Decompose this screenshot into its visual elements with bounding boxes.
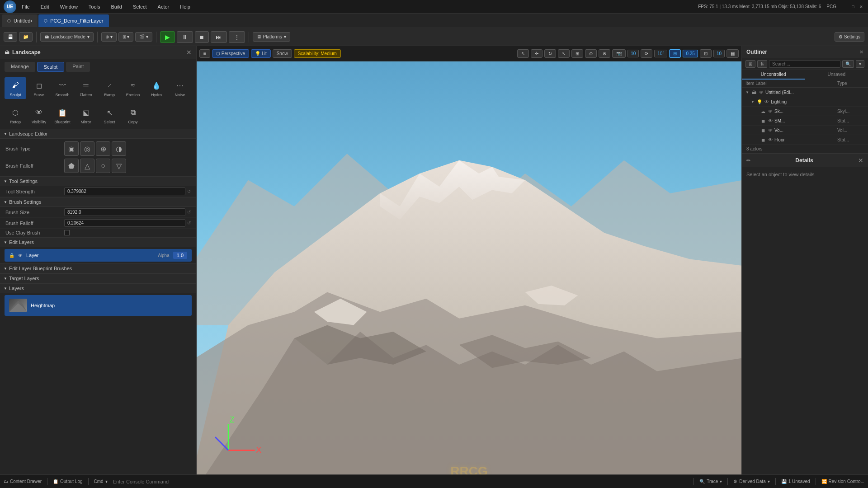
perspective-button[interactable]: ⬡ Perspective xyxy=(212,49,249,58)
unsaved-button[interactable]: 💾 1 Unsaved xyxy=(781,479,810,484)
transform-button[interactable]: ⊕ ▾ xyxy=(101,32,117,42)
menu-file[interactable]: File xyxy=(20,3,32,10)
outliner-search-input[interactable] xyxy=(769,60,840,68)
tab-unsaved[interactable]: Unsaved xyxy=(805,70,868,80)
layer-eye-icon[interactable] xyxy=(18,253,23,258)
output-log-button[interactable]: 📋 Output Log xyxy=(53,479,82,484)
edit-layer-blueprint-section[interactable]: ▼ Edit Layer Blueprint Brushes xyxy=(0,263,196,273)
platforms-button[interactable]: 🖥 Platforms ▾ xyxy=(253,32,290,42)
save-button[interactable]: 💾 xyxy=(4,32,17,42)
falloff-smooth[interactable]: ⬟ xyxy=(64,159,79,173)
camera-button[interactable]: 🎬 ▾ xyxy=(135,32,152,42)
console-input[interactable] xyxy=(113,479,689,484)
brush-size-input[interactable] xyxy=(64,208,185,216)
snap-scale-value[interactable]: 0.25 xyxy=(683,50,698,57)
close-button[interactable]: ✕ xyxy=(858,4,864,10)
maximize-button[interactable]: □ xyxy=(850,4,856,10)
layers-section[interactable]: ▼ Layers xyxy=(0,283,196,293)
outliner-item-floor[interactable]: ◼ 👁 Floor Stat... xyxy=(742,135,868,145)
outliner-sort-button[interactable]: ⇅ xyxy=(757,60,767,68)
tool-settings-section[interactable]: ▼ Tool Settings xyxy=(0,176,196,186)
scalability-button[interactable]: Scalability: Medium xyxy=(294,49,341,58)
falloff-tip[interactable]: ▽ xyxy=(112,159,126,173)
cmd-button[interactable]: Cmd ▾ xyxy=(94,479,108,484)
skip-button[interactable]: ⏭ xyxy=(211,31,227,43)
tool-select[interactable]: ↖ Select xyxy=(99,104,120,126)
brush-smooth-circle[interactable]: ◎ xyxy=(80,141,94,156)
content-drawer-button[interactable]: 🗂 Content Drawer xyxy=(4,479,42,484)
trace-button[interactable]: 🔍 Trace ▾ xyxy=(699,479,722,484)
brush-falloff-input[interactable] xyxy=(64,219,185,227)
menu-tools[interactable]: Tools xyxy=(87,3,102,10)
target-layers-section[interactable]: ▼ Target Layers xyxy=(0,273,196,283)
snap-button[interactable]: ⊞ ▾ xyxy=(118,32,134,42)
tool-copy[interactable]: ⧉ Copy xyxy=(122,104,144,126)
item-vol-eye[interactable]: 👁 xyxy=(768,128,773,133)
brush-falloff-reset[interactable]: ↺ xyxy=(187,221,191,225)
tool-mirror[interactable]: ⬕ Mirror xyxy=(75,104,97,126)
viewport-grid-button[interactable]: ▦ xyxy=(726,49,739,58)
snap-translate-value[interactable]: 10 xyxy=(627,50,639,57)
tab-pcg[interactable]: ⬡ PCG_Demo_FilterLayer xyxy=(38,14,108,27)
rotate-snap-button[interactable]: ⟳ xyxy=(641,49,652,58)
menu-actor[interactable]: Actor xyxy=(156,3,171,10)
rotate-button[interactable]: ↻ xyxy=(544,49,556,58)
outliner-search-button[interactable]: 🔍 xyxy=(842,60,854,68)
tab-sculpt[interactable]: Sculpt xyxy=(37,62,65,72)
stop-button[interactable]: ■ xyxy=(195,31,208,43)
show-button[interactable]: Show xyxy=(273,49,292,58)
snap-rotate-value[interactable]: 10° xyxy=(654,50,667,57)
outliner-filter-button[interactable]: ⊞ xyxy=(745,60,755,68)
use-clay-brush-checkbox[interactable] xyxy=(64,230,70,235)
viewport-maximize-button[interactable]: ⊡ xyxy=(700,49,712,58)
camera-speed-button[interactable]: 📷 xyxy=(612,49,626,58)
options-button[interactable]: ⋮ xyxy=(229,31,245,43)
tool-ramp[interactable]: ⟋ Ramp xyxy=(99,77,120,99)
tab-untitled[interactable]: ⬡ Untitled• xyxy=(2,14,38,27)
brush-alpha[interactable]: ◑ xyxy=(112,141,126,156)
tab-manage[interactable]: Manage xyxy=(5,62,35,72)
pause-button[interactable]: ⏸ xyxy=(177,31,193,43)
derived-data-button[interactable]: ⚙ Derived Data ▾ xyxy=(733,479,769,484)
surface-snap-button[interactable]: ⊗ xyxy=(599,49,610,58)
tool-sculpt[interactable]: 🖌 Sculpt xyxy=(5,77,26,99)
outliner-item-skylight[interactable]: ☁ 👁 Sk... Skyl... xyxy=(742,107,868,116)
select-mode-button[interactable]: ↖ xyxy=(517,49,529,58)
edit-layers-section[interactable]: ▼ Edit Layers xyxy=(0,237,196,247)
landscape-mode-button[interactable]: 🏔 Landscape Mode ▾ xyxy=(40,32,94,42)
world-local-button[interactable]: ⊞ xyxy=(571,49,583,58)
open-button[interactable]: 📁 xyxy=(19,32,33,42)
tool-flatten[interactable]: ═ Flatten xyxy=(75,77,97,99)
details-close[interactable]: ✕ xyxy=(858,157,863,164)
outliner-item-staticmesh[interactable]: ◼ 👁 SM... Stat... xyxy=(742,116,868,126)
move-button[interactable]: ✛ xyxy=(531,49,542,58)
falloff-linear[interactable]: △ xyxy=(80,159,94,173)
landscape-editor-section[interactable]: ▼ Landscape Editor xyxy=(0,129,196,139)
scale-button[interactable]: ⤡ xyxy=(558,49,570,58)
tool-hydro[interactable]: 💧 Hydro xyxy=(146,77,167,99)
menu-edit[interactable]: Edit xyxy=(39,3,51,10)
heightmap-item[interactable]: Heightmap xyxy=(5,295,192,316)
play-button[interactable]: ▶ xyxy=(160,31,175,43)
settings-button[interactable]: ⚙ Settings xyxy=(835,32,864,42)
tab-paint[interactable]: Paint xyxy=(66,62,90,72)
layer-alpha-value[interactable]: 1.0 xyxy=(173,252,187,259)
landscape-panel-close[interactable]: ✕ xyxy=(186,49,192,56)
tool-visibility[interactable]: 👁 Visibility xyxy=(28,104,50,126)
viewport-options-button[interactable]: ≡ xyxy=(199,49,210,58)
viewport[interactable]: ≡ ⬡ Perspective 💡 Lit Show Scalability: … xyxy=(197,46,741,474)
brush-circle[interactable]: ◉ xyxy=(64,141,79,156)
revision-control-button[interactable]: 🔀 Revision Contro... xyxy=(821,479,864,484)
falloff-sphere[interactable]: ○ xyxy=(96,159,110,173)
outliner-item-lighting[interactable]: ▼ 💡 👁 Lighting xyxy=(742,97,868,107)
minimize-button[interactable]: ─ xyxy=(842,4,848,10)
outliner-close[interactable]: ✕ xyxy=(859,49,863,55)
outliner-options-button[interactable]: ▾ xyxy=(856,60,864,68)
menu-select[interactable]: Select xyxy=(131,3,149,10)
tool-noise[interactable]: ⋯ Noise xyxy=(169,77,191,99)
tool-retop[interactable]: ⬡ Retop xyxy=(5,104,26,126)
brush-size-reset[interactable]: ↺ xyxy=(187,210,191,215)
outliner-item-volume[interactable]: ◼ 👁 Vo... Vol... xyxy=(742,126,868,135)
layer-item-main[interactable]: Layer Alpha 1.0 xyxy=(5,249,192,262)
scale-snap-button[interactable]: ⊞ xyxy=(669,49,681,58)
